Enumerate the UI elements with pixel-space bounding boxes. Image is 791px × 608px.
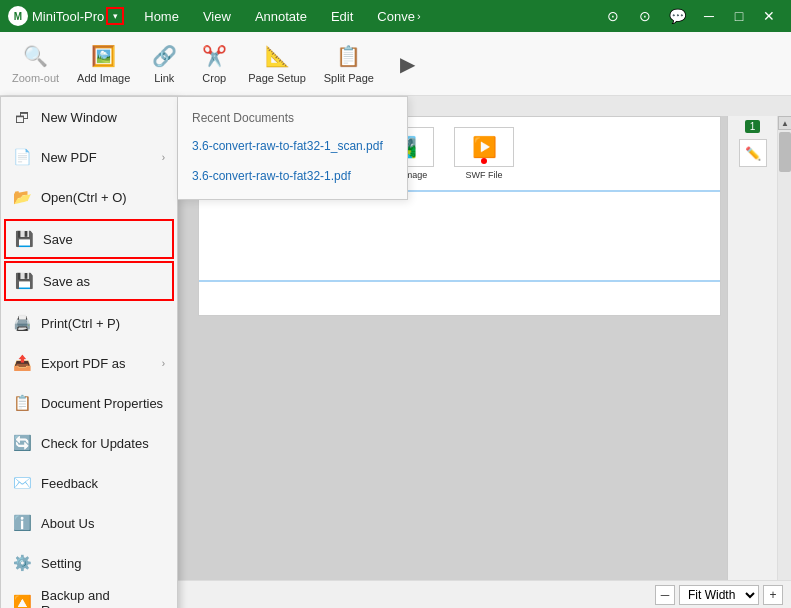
menu-item-export-pdf[interactable]: 📤 Export PDF as › [1,343,177,383]
menu-item-save-as[interactable]: 💾 Save as [4,261,174,301]
scroll-up-btn[interactable]: ▲ [778,116,791,130]
menu-item-about[interactable]: ℹ️ About Us [1,503,177,543]
zoom-plus-btn[interactable]: + [763,585,783,605]
page-number-badge: 1 [745,120,761,133]
menu-item-check-updates[interactable]: 🔄 Check for Updates [1,423,177,463]
save-as-icon: 💾 [15,272,33,290]
crop-icon: ✂️ [202,44,227,68]
setting-icon: ⚙️ [13,554,31,572]
circle-icon-1[interactable]: ⊙ [599,2,627,30]
feedback-icon: ✉️ [13,474,31,492]
new-window-icon: 🗗 [13,109,31,126]
menu-item-feedback[interactable]: ✉️ Feedback [1,463,177,503]
scrollbar-track [778,130,791,580]
about-icon: ℹ️ [13,514,31,532]
title-bar-right: ⊙ ⊙ 💬 ─ □ ✕ [599,2,783,30]
chat-icon[interactable]: 💬 [663,2,691,30]
minimize-button[interactable]: ─ [695,2,723,30]
add-image-icon: 🖼️ [91,44,116,68]
vertical-scrollbar[interactable]: ▲ ▼ [777,116,791,580]
print-icon: 🖨️ [13,314,31,332]
zoom-out-tool[interactable]: 🔍 Zoom-out [4,36,67,92]
thumb-edit-btn[interactable]: ✏️ [739,139,767,167]
menu-item-doc-properties[interactable]: 📋 Document Properties [1,383,177,423]
new-pdf-icon: 📄 [13,148,31,166]
add-image-tool[interactable]: 🖼️ Add Image [69,36,138,92]
category-swf: ▶️ SWF File [444,127,524,180]
nav-convert[interactable]: Conve › [365,0,432,32]
menu-item-new-window[interactable]: 🗗 New Window [1,97,177,137]
swf-icon: ▶️ [472,135,497,159]
zoom-minus-btn[interactable]: ─ [655,585,675,605]
scrollbar-thumb[interactable] [779,132,791,172]
app-menu-dropdown[interactable]: ▾ [106,7,124,25]
app-dropdown-menu: 🗗 New Window 📄 New PDF › 📂 Open(Ctrl + O… [0,96,178,608]
close-button[interactable]: ✕ [755,2,783,30]
split-page-tool[interactable]: 📋 Split Page [316,36,382,92]
open-icon: 📂 [13,188,31,206]
app-name: MiniTool-Pro [32,9,104,24]
circle-icon-2[interactable]: ⊙ [631,2,659,30]
backup-icon: 🔼 [13,594,31,608]
crop-tool[interactable]: ✂️ Crop [190,36,238,92]
nav-edit[interactable]: Edit [319,0,365,32]
menu-item-setting[interactable]: ⚙️ Setting [1,543,177,583]
maximize-button[interactable]: □ [725,2,753,30]
main-area: 1 ✏️ ▲ ▼ 🖼️ raphics file � [0,96,791,580]
logo-icon: M [8,6,28,26]
menu-item-print[interactable]: 🖨️ Print(Ctrl + P) [1,303,177,343]
zoom-select[interactable]: Fit Width [679,585,759,605]
menu-item-open[interactable]: 📂 Open(Ctrl + O) [1,177,177,217]
more-icon: ▶ [400,52,415,76]
check-updates-icon: 🔄 [13,434,31,452]
split-page-icon: 📋 [336,44,361,68]
link-icon: 🔗 [152,44,177,68]
recent-doc-1[interactable]: 3.6-convert-raw-to-fat32-1_scan.pdf [178,131,407,161]
page-setup-icon: 📐 [265,44,290,68]
menu-item-save[interactable]: 💾 Save [4,219,174,259]
doc-properties-icon: 📋 [13,394,31,412]
page-setup-tool[interactable]: 📐 Page Setup [240,36,314,92]
toolbar: 🔍 Zoom-out 🖼️ Add Image 🔗 Link ✂️ Crop 📐… [0,32,791,96]
nav-menu: Home View Annotate Edit Conve › [132,0,432,32]
zoom-controls: ─ Fit Width + [655,585,783,605]
app-logo[interactable]: M [8,6,28,26]
export-icon: 📤 [13,354,31,372]
recent-docs-panel: Recent Documents 3.6-convert-raw-to-fat3… [178,96,408,200]
save-icon: 💾 [15,230,33,248]
window-controls: ─ □ ✕ [695,2,783,30]
zoom-out-icon: 🔍 [23,44,48,68]
menu-item-backup[interactable]: 🔼 Backup and Recovery [1,583,177,608]
nav-annotate[interactable]: Annotate [243,0,319,32]
nav-home[interactable]: Home [132,0,191,32]
recent-docs-header: Recent Documents [178,105,407,131]
menu-item-new-pdf[interactable]: 📄 New PDF › [1,137,177,177]
more-tools[interactable]: ▶ [384,36,432,92]
new-pdf-arrow: › [162,152,165,163]
convert-arrow: › [417,10,421,22]
link-tool[interactable]: 🔗 Link [140,36,188,92]
nav-view[interactable]: View [191,0,243,32]
export-arrow: › [162,358,165,369]
title-bar: M MiniTool-Pro ▾ Home View Annotate Edit… [0,0,791,32]
recent-doc-2[interactable]: 3.6-convert-raw-to-fat32-1.pdf [178,161,407,191]
